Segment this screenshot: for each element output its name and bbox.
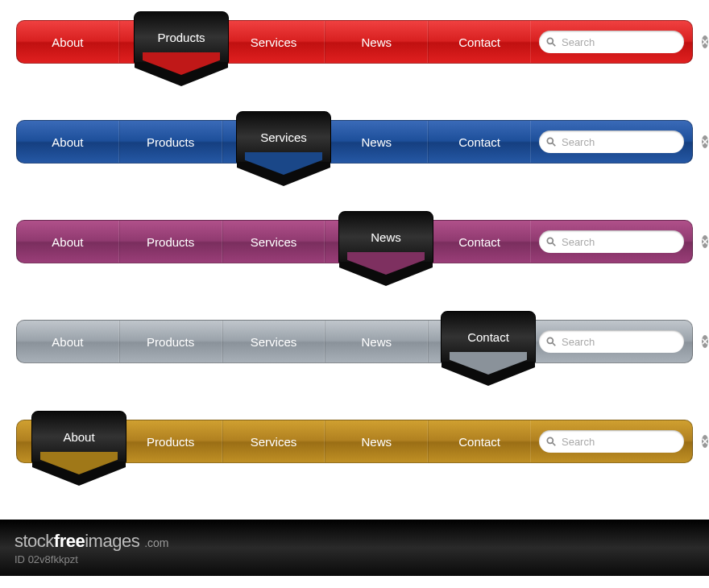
navbar-collection: AboutProductsServicesNewsContactProducts… (0, 0, 709, 463)
brand-text: stockfreeimages (15, 531, 139, 552)
clear-icon[interactable] (702, 235, 708, 248)
nav-item-products[interactable]: Products (119, 321, 222, 362)
nav-item-about[interactable]: About (17, 321, 119, 362)
svg-line-1 (553, 43, 556, 47)
svg-line-5 (553, 143, 556, 147)
nav-item-about[interactable]: About (17, 121, 119, 163)
footer-watermark: stockfreeimages .com ID 02v8fkkpzt (0, 520, 709, 576)
nav-item-news[interactable]: News (325, 121, 428, 163)
nav-bar-red: AboutProductsServicesNewsContactProducts (16, 20, 693, 64)
nav-bar-purple: AboutProductsServicesNewsContactNews (16, 220, 693, 263)
search-box[interactable] (539, 130, 684, 153)
svg-point-4 (547, 138, 553, 143)
search-icon (545, 36, 557, 48)
search-cell (531, 21, 692, 63)
nav-item-about[interactable]: About (17, 420, 119, 462)
nav-item-products[interactable]: Products (119, 420, 222, 462)
nav-bar-grey: AboutProductsServicesNewsContactContact (16, 320, 693, 363)
nav-item-contact[interactable]: Contact (428, 21, 531, 63)
search-icon (545, 136, 557, 147)
nav-item-about[interactable]: About (17, 21, 119, 63)
nav-item-contact[interactable]: Contact (428, 221, 531, 263)
clear-icon[interactable] (702, 435, 708, 448)
svg-point-8 (547, 238, 553, 243)
nav-item-services[interactable]: Services (222, 221, 325, 263)
search-input[interactable] (557, 336, 702, 348)
nav-item-news[interactable]: News (325, 321, 428, 362)
svg-line-17 (553, 443, 556, 446)
search-cell (531, 420, 692, 462)
nav-item-news[interactable]: News (325, 420, 428, 462)
nav-item-news[interactable]: News (325, 21, 428, 63)
domain-suffix: .com (144, 536, 168, 549)
nav-item-products[interactable]: Products (119, 121, 222, 163)
svg-point-12 (547, 337, 553, 343)
nav-item-services[interactable]: Services (222, 21, 325, 63)
search-input[interactable] (557, 136, 702, 148)
svg-line-13 (553, 343, 556, 346)
search-box[interactable] (539, 230, 684, 253)
search-cell (531, 321, 692, 362)
search-input[interactable] (557, 36, 702, 48)
nav-item-services[interactable]: Services (222, 420, 325, 462)
nav-bar-blue: AboutProductsServicesNewsContactServices (16, 120, 693, 164)
search-cell (531, 121, 692, 163)
clear-icon[interactable] (702, 135, 708, 148)
nav-item-contact[interactable]: Contact (428, 420, 531, 462)
search-box[interactable] (539, 330, 684, 353)
nav-item-products[interactable]: Products (119, 21, 222, 63)
nav-item-about[interactable]: About (17, 221, 119, 263)
search-input[interactable] (557, 436, 702, 448)
nav-item-contact[interactable]: Contact (428, 121, 531, 163)
nav-bar-gold: AboutProductsServicesNewsContactAbout (16, 420, 693, 463)
svg-line-9 (553, 243, 556, 246)
nav-item-news[interactable]: News (325, 221, 428, 263)
svg-point-0 (547, 38, 553, 43)
clear-icon[interactable] (702, 335, 708, 348)
image-id: ID 02v8fkkpzt (15, 553, 168, 565)
search-cell (531, 221, 692, 263)
search-icon (545, 336, 557, 347)
clear-icon[interactable] (702, 35, 708, 48)
nav-item-contact[interactable]: Contact (428, 321, 531, 362)
nav-item-services[interactable]: Services (222, 121, 325, 163)
nav-item-products[interactable]: Products (119, 221, 222, 263)
search-icon (545, 236, 557, 247)
nav-item-services[interactable]: Services (222, 321, 325, 362)
search-input[interactable] (557, 236, 702, 248)
svg-point-16 (547, 437, 553, 443)
search-icon (545, 436, 557, 447)
search-box[interactable] (539, 430, 684, 453)
search-box[interactable] (539, 31, 684, 53)
